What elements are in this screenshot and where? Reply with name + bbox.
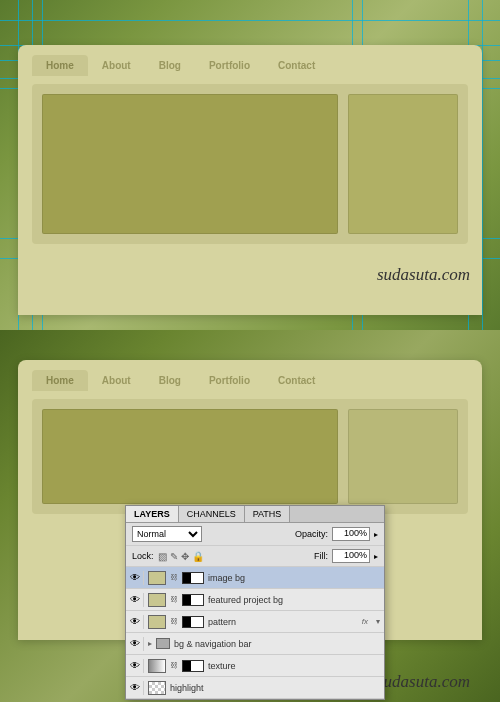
visibility-icon[interactable]: 👁: [130, 659, 144, 673]
expand-arrow-icon[interactable]: ▾: [376, 617, 380, 626]
layer-thumb: [148, 615, 166, 629]
tab-layers[interactable]: LAYERS: [126, 506, 179, 522]
nav-bar-bottom: Home About Blog Portfolio Contact: [18, 360, 482, 399]
link-icon[interactable]: ⛓: [170, 661, 178, 670]
mask-thumb: [182, 594, 204, 606]
lock-transparency-icon[interactable]: ▧: [158, 551, 167, 562]
layer-image-bg[interactable]: 👁 ⛓ image bg: [126, 567, 384, 589]
layer-thumb: [148, 571, 166, 585]
lock-all-icon[interactable]: 🔒: [192, 551, 204, 562]
fill-input[interactable]: 100%: [332, 549, 370, 563]
visibility-icon[interactable]: 👁: [130, 593, 144, 607]
layer-folder-bg-nav[interactable]: 👁 ▸ bg & navigation bar: [126, 633, 384, 655]
link-icon[interactable]: ⛓: [170, 573, 178, 582]
panel-tabs: LAYERS CHANNELS PATHS: [126, 506, 384, 523]
nav-home[interactable]: Home: [32, 55, 88, 76]
fx-badge[interactable]: fx: [362, 617, 368, 626]
fill-arrow-icon[interactable]: ▸: [374, 552, 378, 561]
link-icon[interactable]: ⛓: [170, 617, 178, 626]
mask-thumb: [182, 572, 204, 584]
layer-thumb: [148, 681, 166, 695]
nav-home-b[interactable]: Home: [32, 370, 88, 391]
nav-contact[interactable]: Contact: [264, 55, 329, 76]
layer-name: featured project bg: [208, 595, 380, 605]
visibility-icon[interactable]: 👁: [130, 681, 144, 695]
opacity-label: Opacity:: [295, 529, 328, 539]
lock-label: Lock:: [132, 551, 154, 561]
layer-name: image bg: [208, 573, 380, 583]
lock-move-icon[interactable]: ✥: [181, 551, 189, 562]
blend-opacity-row: Normal Opacity: 100% ▸: [126, 523, 384, 546]
content-area-top: [32, 84, 468, 244]
nav-blog[interactable]: Blog: [145, 55, 195, 76]
folder-icon: [156, 638, 170, 649]
mask-thumb: [182, 616, 204, 628]
watermark-bottom: sudasuta.com: [377, 672, 470, 692]
fill-label: Fill:: [314, 551, 328, 561]
opacity-input[interactable]: 100%: [332, 527, 370, 541]
opacity-arrow-icon[interactable]: ▸: [374, 530, 378, 539]
layer-name: bg & navigation bar: [174, 639, 380, 649]
link-icon[interactable]: ⛓: [170, 595, 178, 604]
watermark-top: sudasuta.com: [377, 265, 470, 285]
nav-about[interactable]: About: [88, 55, 145, 76]
mask-thumb: [182, 660, 204, 672]
lock-paint-icon[interactable]: ✎: [170, 551, 178, 562]
layers-panel[interactable]: LAYERS CHANNELS PATHS Normal Opacity: 10…: [125, 505, 385, 700]
tab-channels[interactable]: CHANNELS: [179, 506, 245, 522]
layer-texture[interactable]: 👁 ⛓ texture: [126, 655, 384, 677]
folder-arrow-icon[interactable]: ▸: [148, 639, 152, 648]
layer-name: texture: [208, 661, 380, 671]
layer-name: pattern: [208, 617, 358, 627]
layer-highlight[interactable]: 👁 highlight: [126, 677, 384, 699]
main-box-bottom: [42, 409, 338, 504]
visibility-icon[interactable]: 👁: [130, 637, 144, 651]
blend-mode-select[interactable]: Normal: [132, 526, 202, 542]
nav-bar: Home About Blog Portfolio Contact: [18, 45, 482, 84]
side-box-bottom: [348, 409, 458, 504]
nav-about-b[interactable]: About: [88, 370, 145, 391]
layer-thumb: [148, 593, 166, 607]
layer-name: highlight: [170, 683, 380, 693]
lock-icons[interactable]: ▧ ✎ ✥ 🔒: [158, 551, 204, 562]
main-content-box: [42, 94, 338, 234]
top-mockup-section: Home About Blog Portfolio Contact sudasu…: [0, 0, 500, 330]
tab-paths[interactable]: PATHS: [245, 506, 291, 522]
nav-contact-b[interactable]: Contact: [264, 370, 329, 391]
nav-portfolio[interactable]: Portfolio: [195, 55, 264, 76]
content-area-bottom: [32, 399, 468, 514]
layer-thumb: [148, 659, 166, 673]
visibility-icon[interactable]: 👁: [130, 571, 144, 585]
nav-blog-b[interactable]: Blog: [145, 370, 195, 391]
lock-fill-row: Lock: ▧ ✎ ✥ 🔒 Fill: 100% ▸: [126, 546, 384, 567]
layer-featured-project[interactable]: 👁 ⛓ featured project bg: [126, 589, 384, 611]
side-content-box: [348, 94, 458, 234]
layer-pattern[interactable]: 👁 ⛓ pattern fx ▾: [126, 611, 384, 633]
nav-portfolio-b[interactable]: Portfolio: [195, 370, 264, 391]
visibility-icon[interactable]: 👁: [130, 615, 144, 629]
